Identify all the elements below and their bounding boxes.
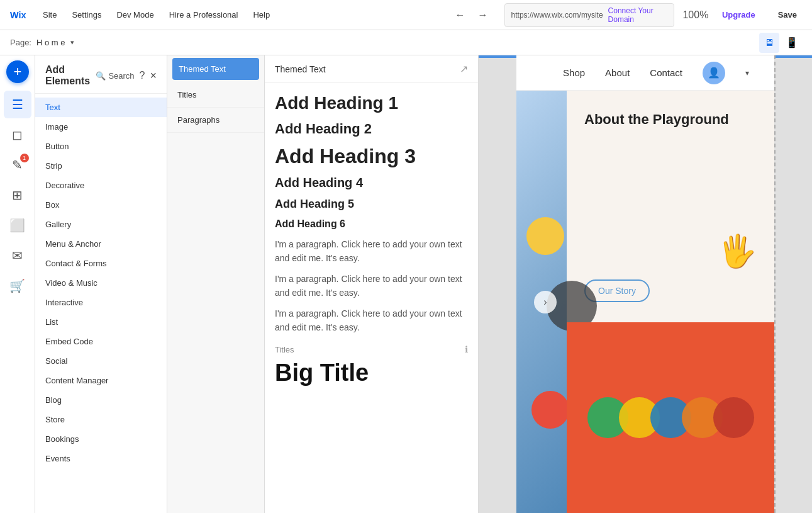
nav-contact[interactable]: Contact (650, 67, 682, 78)
nav-chevron-icon[interactable]: ▾ (745, 69, 749, 77)
panel-item-events[interactable]: Events (35, 449, 167, 468)
sidebar-icon-app[interactable]: ⊞ (4, 181, 31, 209)
heading-3[interactable]: Add Heading 3 (275, 145, 468, 168)
url-bar[interactable]: https://www.wix.com/mysite Connect Your … (504, 3, 674, 27)
preview-next-arrow[interactable]: › (534, 291, 557, 313)
settings-link[interactable]: Settings (72, 10, 101, 20)
content-panel-header: Themed Text ↗ (265, 55, 478, 83)
svg-text:Wix: Wix (10, 9, 26, 20)
preview-nav: Shop About Contact 👤 ▾ (516, 55, 774, 91)
mobile-button[interactable]: 📱 (782, 33, 802, 53)
themed-panel-item-themed-text[interactable]: Themed Text (172, 58, 259, 80)
search-icon: 🔍 (96, 71, 106, 81)
panel-item-decorative[interactable]: Decorative (35, 176, 167, 195)
sidebar-icon-messages[interactable]: ✉ (4, 242, 31, 269)
panel-item-menu--anchor[interactable]: Menu & Anchor (35, 234, 167, 254)
messages-icon: ✉ (12, 248, 23, 263)
preview-card-title: About the Playground (584, 111, 757, 129)
zoom-icons: 100% (687, 6, 704, 24)
user-avatar[interactable]: 👤 (703, 62, 725, 84)
page-name: H o m e (36, 38, 65, 47)
canvas-dashed-border (774, 55, 812, 513)
panel-item-embed-code[interactable]: Embed Code (35, 332, 167, 351)
hire-link[interactable]: Hire a Professional (169, 10, 238, 20)
main-layout: + ☰ ◻ ✎ 1 ⊞ ⬜ ✉ 🛒 (0, 55, 812, 513)
page-bar: Page: H o m e ▾ 🖥 📱 (0, 30, 812, 55)
panel-item-video--music[interactable]: Video & Music (35, 273, 167, 293)
themed-panel-item-titles[interactable]: Titles (167, 82, 264, 108)
big-title[interactable]: Big Title (275, 359, 468, 386)
panel-item-gallery[interactable]: Gallery (35, 215, 167, 234)
panel-item-contact--forms[interactable]: Contact & Forms (35, 254, 167, 273)
sidebar-icon-blog[interactable]: ✎ 1 (4, 151, 31, 179)
panel-item-list[interactable]: List (35, 312, 167, 332)
panel-item-interactive[interactable]: Interactive (35, 293, 167, 312)
themed-text-panel: Themed TextTitlesParagraphs (167, 55, 265, 513)
zoom-display[interactable]: 100% (687, 6, 704, 24)
nav-about[interactable]: About (605, 67, 630, 78)
heading-6[interactable]: Add Heading 6 (275, 218, 468, 230)
design-icon: ◻ (12, 127, 23, 142)
search-button[interactable]: 🔍 Search (96, 71, 134, 81)
titles-label: Titles (275, 345, 294, 354)
devmode-link[interactable]: Dev Mode (116, 10, 153, 20)
help-button[interactable]: ? (140, 70, 145, 81)
top-bar-links: Site Settings Dev Mode Hire a Profession… (43, 10, 270, 20)
panel-item-bookings[interactable]: Bookings (35, 429, 167, 449)
top-bar: Wix Site Settings Dev Mode Hire a Profes… (0, 0, 812, 30)
add-button[interactable]: + (6, 60, 29, 83)
site-link[interactable]: Site (43, 10, 57, 20)
preview-right-panel: About the Playground 🖐 Our Story (567, 91, 774, 513)
save-button[interactable]: Save (773, 8, 802, 22)
nav-shop[interactable]: Shop (563, 67, 585, 78)
forward-button[interactable]: → (474, 6, 492, 24)
sidebar-icon-add[interactable]: ☰ (4, 91, 31, 118)
sidebar-icon-store[interactable]: 🛒 (4, 272, 31, 300)
canvas-area: Shop About Contact 👤 ▾ › (479, 55, 812, 513)
panel-item-box[interactable]: Box (35, 195, 167, 215)
sidebar-icon-media[interactable]: ⬜ (4, 211, 31, 239)
panel-item-text[interactable]: Text (35, 98, 167, 117)
panel-item-image[interactable]: Image (35, 117, 167, 137)
panel-item-social[interactable]: Social (35, 351, 167, 371)
panel-list: TextImageButtonStripDecorativeBoxGallery… (35, 94, 167, 513)
content-panel-title: Themed Text (275, 64, 326, 74)
panel-item-content-manager[interactable]: Content Manager (35, 371, 167, 390)
content-panel-export-icon[interactable]: ↗ (460, 63, 468, 75)
heading-5[interactable]: Add Heading 5 (275, 198, 468, 211)
sidebar-icon-design[interactable]: ◻ (4, 121, 31, 149)
panel-item-strip[interactable]: Strip (35, 156, 167, 176)
wix-logo: Wix (10, 5, 30, 25)
themed-panel-item-paragraphs[interactable]: Paragraphs (167, 108, 264, 133)
ring-red (713, 397, 754, 438)
panel-item-store[interactable]: Store (35, 410, 167, 429)
help-link[interactable]: Help (253, 10, 270, 20)
paragraph-3[interactable]: I'm a paragraph. Click here to add your … (275, 307, 468, 335)
paragraph-2[interactable]: I'm a paragraph. Click here to add your … (275, 272, 468, 300)
page-label: Page: (10, 38, 31, 47)
close-button[interactable]: × (150, 69, 157, 82)
content-panel: Themed Text ↗ Add Heading 1Add Heading 2… (265, 55, 479, 513)
upgrade-button[interactable]: Upgrade (717, 8, 760, 22)
page-dropdown-icon[interactable]: ▾ (70, 38, 74, 47)
back-button[interactable]: ← (452, 6, 469, 24)
preview-card-top: About the Playground 🖐 Our Story (567, 91, 774, 322)
preview-card-bottom (567, 322, 774, 514)
add-elements-panel: Add Elements 🔍 Search ? × TextImageButto… (35, 55, 167, 513)
app-icon: ⊞ (12, 188, 23, 203)
panel-item-blog[interactable]: Blog (35, 390, 167, 410)
preview-left-image: › (516, 91, 567, 513)
connect-domain[interactable]: Connect Your Domain (608, 6, 667, 24)
heading-2[interactable]: Add Heading 2 (275, 121, 468, 137)
nav-icons: ← → (452, 6, 492, 24)
desktop-button[interactable]: 🖥 (759, 33, 779, 53)
titles-info-icon[interactable]: ℹ (465, 344, 468, 354)
hand-image: 🖐 (718, 233, 757, 269)
panel-item-button[interactable]: Button (35, 137, 167, 156)
heading-1[interactable]: Add Heading 1 (275, 93, 468, 113)
paragraph-1[interactable]: I'm a paragraph. Click here to add your … (275, 237, 468, 266)
store-icon: 🛒 (9, 278, 25, 293)
sidebar-icons: + ☰ ◻ ✎ 1 ⊞ ⬜ ✉ 🛒 (0, 55, 35, 513)
heading-4[interactable]: Add Heading 4 (275, 176, 468, 190)
blog-badge: 1 (20, 154, 29, 162)
